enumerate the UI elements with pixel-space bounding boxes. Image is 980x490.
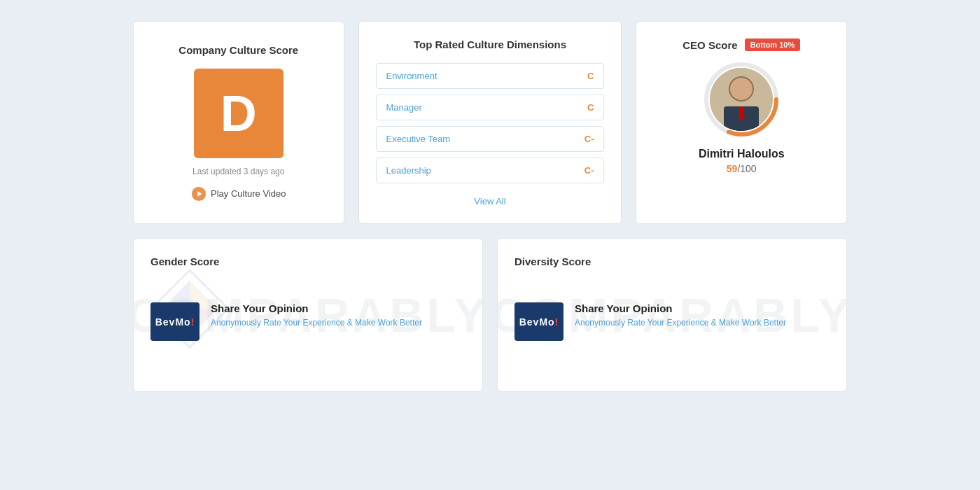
culture-score-card: Company Culture Score D Last updated 3 d… bbox=[133, 21, 344, 224]
diversity-share-subtitle: Anonymously Rate Your Experience & Make … bbox=[575, 317, 786, 329]
dimension-item[interactable]: Manager C bbox=[376, 94, 605, 120]
top-rated-title: Top Rated Culture Dimensions bbox=[376, 38, 605, 50]
dimension-grade: C- bbox=[584, 134, 594, 144]
culture-score-title: Company Culture Score bbox=[178, 44, 298, 56]
ceo-score-number: 59 bbox=[727, 163, 738, 174]
dimension-grade: C bbox=[587, 71, 594, 81]
dimension-grade: C- bbox=[584, 165, 594, 176]
dimension-list: Environment C Manager C Executive Team C… bbox=[376, 63, 605, 183]
dimension-name: Leadership bbox=[386, 165, 431, 176]
gender-share-section: BevMo! Share Your Opinion Anonymously Ra… bbox=[150, 302, 465, 341]
gender-score-card: Gender Score COMPARABLY BevMo! Share You… bbox=[133, 238, 483, 392]
dimension-item[interactable]: Executive Team C- bbox=[376, 126, 605, 152]
grade-box: D bbox=[194, 69, 284, 158]
svg-rect-9 bbox=[739, 106, 743, 120]
dimension-name: Executive Team bbox=[386, 134, 451, 144]
person-silhouette bbox=[710, 68, 773, 131]
dimension-name: Manager bbox=[386, 102, 422, 113]
last-updated-text: Last updated 3 days ago bbox=[192, 167, 284, 176]
grade-letter: D bbox=[220, 88, 257, 139]
svg-point-7 bbox=[730, 78, 752, 100]
gender-share-text: Share Your Opinion Anonymously Rate Your… bbox=[211, 302, 422, 329]
diversity-share-text: Share Your Opinion Anonymously Rate Your… bbox=[575, 302, 786, 329]
dimension-name: Environment bbox=[386, 71, 438, 81]
play-icon bbox=[191, 186, 206, 202]
ceo-score-title: CEO Score bbox=[682, 39, 737, 51]
diversity-share-title: Share Your Opinion bbox=[575, 302, 786, 314]
ceo-photo bbox=[710, 68, 773, 131]
ceo-score-card: CEO Score Bottom 10% bbox=[636, 21, 847, 224]
ceo-title-row: CEO Score Bottom 10% bbox=[653, 38, 830, 51]
dimension-item[interactable]: Environment C bbox=[376, 63, 605, 89]
ceo-score-value: 59/100 bbox=[727, 163, 757, 174]
play-video-label: Play Culture Video bbox=[211, 188, 286, 199]
dimension-item[interactable]: Leadership C- bbox=[376, 158, 605, 183]
gender-score-title: Gender Score bbox=[150, 255, 465, 267]
bevmo-logo: BevMo! bbox=[150, 302, 200, 341]
diversity-share-section: BevMo! Share Your Opinion Anonymously Ra… bbox=[514, 302, 830, 341]
gender-share-title: Share Your Opinion bbox=[211, 302, 422, 314]
ceo-score-max: /100 bbox=[737, 163, 756, 174]
bevmo-logo-diversity: BevMo! bbox=[514, 302, 564, 341]
bottom-row: Gender Score COMPARABLY BevMo! Share You… bbox=[133, 238, 847, 392]
bevmo-name-diversity: BevMo! bbox=[519, 316, 559, 328]
diversity-score-card: Diversity Score COMPARABLY BevMo! Share … bbox=[497, 238, 847, 392]
ceo-name: Dimitri Haloulos bbox=[699, 148, 785, 160]
top-rated-card: Top Rated Culture Dimensions Environment… bbox=[358, 21, 622, 224]
bevmo-name: BevMo! bbox=[155, 316, 195, 328]
gender-share-subtitle: Anonymously Rate Your Experience & Make … bbox=[211, 317, 422, 329]
bottom-10-badge: Bottom 10% bbox=[745, 38, 801, 51]
ceo-avatar-wrapper bbox=[703, 61, 780, 138]
dimension-grade: C bbox=[587, 102, 594, 113]
play-culture-video-button[interactable]: Play Culture Video bbox=[191, 186, 286, 202]
diversity-score-title: Diversity Score bbox=[514, 255, 830, 267]
view-all-link[interactable]: View All bbox=[376, 196, 605, 206]
